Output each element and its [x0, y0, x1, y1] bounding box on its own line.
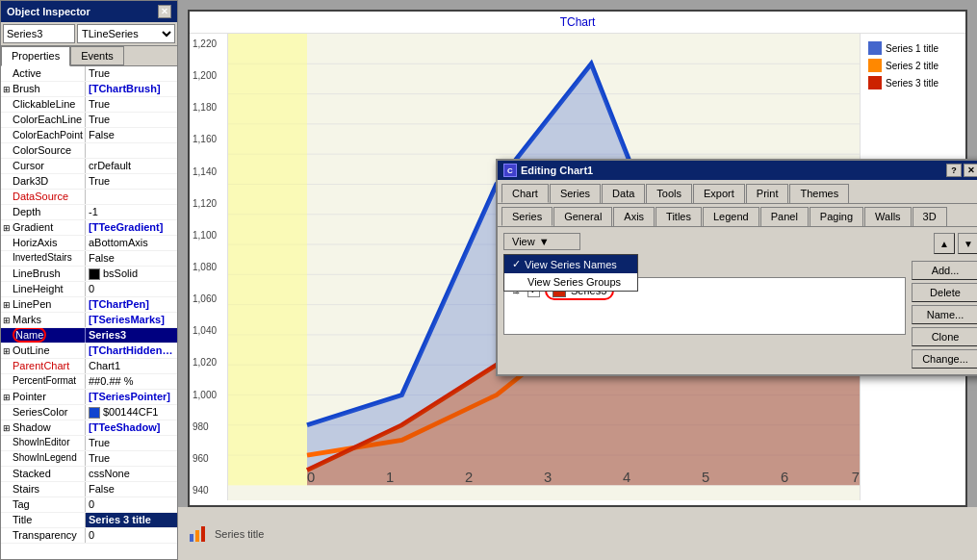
prop-value-parentchart[interactable]: Chart1	[86, 359, 177, 373]
prop-value-depth[interactable]: -1	[86, 205, 177, 219]
tchart-title: TChart	[190, 12, 965, 34]
prop-seriescolor: SeriesColor $00144CF1	[1, 405, 177, 420]
add-button[interactable]: Add...	[912, 261, 977, 280]
object-inspector-titlebar: Object Inspector ✕	[1, 1, 177, 22]
prop-value-gradient[interactable]: [TTeeGradient]	[86, 220, 177, 235]
prop-value-active[interactable]: True	[86, 66, 177, 81]
prop-value-datasource[interactable]	[86, 190, 177, 204]
legend-label-1: Series 1 title	[886, 43, 938, 54]
dialog-tab-data[interactable]: Data	[602, 184, 645, 203]
prop-value-dark3d[interactable]: True	[86, 174, 177, 189]
prop-name-depth: Depth	[1, 205, 86, 219]
dialog-close-btn[interactable]: ✕	[964, 164, 977, 177]
prop-dark3d: Dark3D True	[1, 174, 177, 190]
prop-value-clickableline[interactable]: True	[86, 97, 177, 112]
name-button[interactable]: Name...	[912, 305, 977, 324]
object-inspector-panel: Object Inspector ✕ TLineSeries Propertie…	[0, 0, 178, 560]
dialog-tab2-general[interactable]: General	[553, 207, 612, 226]
prop-percentformat: PercentFormat ##0.## %	[1, 374, 177, 390]
prop-name-parentchart: ParentChart	[1, 359, 86, 373]
prop-tag: Tag 0	[1, 497, 177, 513]
view-series-names[interactable]: ✓ View Series Names	[504, 255, 637, 273]
dialog-tabs-row1: Chart Series Data Tools Export Print The…	[498, 180, 977, 204]
dialog-tab-tools[interactable]: Tools	[646, 184, 692, 203]
move-up-button[interactable]: ▲	[934, 233, 955, 254]
prop-name-cursor: Cursor	[1, 159, 86, 173]
prop-value-coloreach[interactable]: True	[86, 113, 177, 127]
prop-value-lineheight[interactable]: 0	[86, 282, 177, 296]
delete-button[interactable]: Delete	[912, 283, 977, 302]
prop-name-pointer: ⊞Pointer	[1, 390, 86, 404]
prop-value-marks[interactable]: [TSeriesMarks]	[86, 313, 177, 327]
move-down-button[interactable]: ▼	[958, 233, 977, 254]
prop-title: Title Series 3 title	[1, 513, 177, 528]
prop-value-cursor[interactable]: crDefault	[86, 159, 177, 173]
prop-value-coloreachpoint[interactable]: False	[86, 128, 177, 142]
tab-properties[interactable]: Properties	[1, 46, 70, 66]
prop-value-linepen[interactable]: [TChartPen]	[86, 297, 177, 312]
clone-button[interactable]: Clone	[912, 327, 977, 346]
prop-value-title[interactable]: Series 3 title	[86, 513, 177, 527]
prop-value-pointer[interactable]: [TSeriesPointer]	[86, 390, 177, 404]
prop-name-coloreachpoint: ColorEachPoint	[1, 128, 86, 142]
dialog-tab-themes[interactable]: Themes	[789, 184, 849, 203]
prop-value-name[interactable]: Series3	[86, 328, 177, 343]
prop-value-shadow[interactable]: [TTeeShadow]	[86, 420, 177, 435]
prop-value-colorsource[interactable]	[86, 143, 177, 158]
legend-label-3: Series 3 title	[886, 78, 938, 89]
dialog-tab2-titles[interactable]: Titles	[656, 207, 702, 226]
legend-color-2	[868, 59, 882, 72]
dialog-tab-series[interactable]: Series	[550, 184, 601, 203]
svg-text:5: 5	[702, 471, 709, 486]
view-dropdown: ✓ View Series Names View Series Groups	[503, 254, 638, 292]
prop-value-transparency[interactable]: 0	[86, 528, 177, 543]
prop-value-stairs[interactable]: False	[86, 482, 177, 496]
dialog-tab2-walls[interactable]: Walls	[864, 207, 911, 226]
prop-value-showlegend[interactable]: True	[86, 451, 177, 466]
dialog-tab2-series[interactable]: Series	[501, 207, 553, 226]
svg-rect-25	[190, 534, 193, 542]
prop-value-percentformat[interactable]: ##0.## %	[86, 374, 177, 389]
tchart-y-axis: 1,220 1,200 1,180 1,160 1,140 1,120 1,10…	[190, 34, 228, 500]
prop-name-horizaxis: HorizAxis	[1, 236, 86, 250]
dialog-tab-chart[interactable]: Chart	[501, 184, 549, 203]
svg-text:0: 0	[307, 471, 315, 486]
prop-value-seriescolor[interactable]: $00144CF1	[86, 405, 177, 420]
prop-value-horizaxis[interactable]: aBottomAxis	[86, 236, 177, 250]
prop-clickableline: ClickableLine True	[1, 97, 177, 113]
prop-value-invertedstairs[interactable]: False	[86, 251, 177, 266]
legend-color-3	[868, 76, 882, 89]
prop-depth: Depth -1	[1, 205, 177, 220]
series-title-label: Series title	[215, 528, 264, 540]
prop-value-outline[interactable]: [TChartHiddenPe	[86, 344, 177, 358]
dialog-tab2-legend[interactable]: Legend	[703, 207, 759, 226]
object-inspector-close[interactable]: ✕	[158, 5, 171, 18]
dialog-tab2-panel[interactable]: Panel	[760, 207, 809, 226]
svg-text:4: 4	[623, 471, 630, 486]
prop-cursor: Cursor crDefault	[1, 159, 177, 174]
prop-marks: ⊞Marks [TSeriesMarks]	[1, 313, 177, 328]
object-name-input[interactable]	[3, 24, 75, 43]
prop-value-brush[interactable]: [TChartBrush]	[86, 82, 177, 96]
dialog-tab-export[interactable]: Export	[693, 184, 745, 203]
prop-name-outline: ⊞OutLine	[1, 344, 86, 358]
prop-colorsource: ColorSource	[1, 143, 177, 159]
dialog-tab2-paging[interactable]: Paging	[810, 207, 863, 226]
dialog-help-btn[interactable]: ?	[946, 164, 962, 177]
view-series-groups[interactable]: View Series Groups	[504, 273, 637, 291]
prop-value-showeditor[interactable]: True	[86, 436, 177, 450]
dialog-tab2-axis[interactable]: Axis	[613, 207, 655, 226]
view-button[interactable]: View ▼	[503, 233, 580, 250]
prop-value-tag[interactable]: 0	[86, 497, 177, 512]
change-button[interactable]: Change...	[912, 349, 977, 369]
prop-name-coloreach: ColorEachLine	[1, 113, 86, 127]
right-area: TChart 1,220 1,200 1,180 1,160 1,140 1,1…	[178, 0, 977, 560]
prop-name-linepen: ⊞LinePen	[1, 297, 86, 312]
prop-value-linebrush[interactable]: bsSolid	[86, 267, 177, 281]
dialog-tab-print[interactable]: Print	[746, 184, 789, 203]
object-type-select[interactable]: TLineSeries	[77, 24, 175, 43]
tab-events[interactable]: Events	[70, 46, 124, 65]
dialog-tab2-3d[interactable]: 3D	[913, 207, 947, 226]
prop-value-stacked[interactable]: cssNone	[86, 467, 177, 481]
prop-invertedstairs: InvertedStairs False	[1, 251, 177, 267]
